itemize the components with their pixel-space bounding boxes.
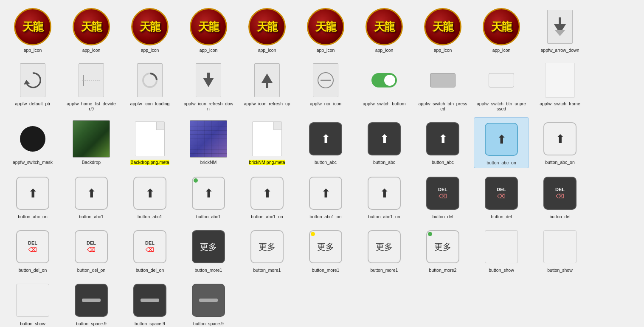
- file-item[interactable]: DEL⌫button_del_on: [64, 225, 119, 275]
- file-label: appfw_switch_btn_pressed: [417, 101, 468, 111]
- file-thumbnail: [482, 228, 520, 266]
- file-item[interactable]: 天龍app_icon: [181, 5, 236, 55]
- file-label: appfw_icon_loading: [130, 101, 170, 106]
- file-item[interactable]: appfw_switch_btn_unpressed: [474, 59, 529, 114]
- file-item[interactable]: ⬆button_abc1: [64, 172, 119, 222]
- file-label: button_abc1: [138, 214, 162, 219]
- file-label: button_del_on: [136, 268, 164, 273]
- file-thumbnail: 更多: [424, 228, 462, 266]
- file-item[interactable]: button_show: [5, 279, 60, 327]
- file-label: app_icon: [317, 48, 335, 53]
- file-label: button_abc1_on: [368, 214, 400, 219]
- file-label: button_del: [491, 214, 512, 219]
- file-item[interactable]: 更多button_more2: [415, 225, 470, 275]
- file-label: appfw_switch_bottom: [363, 101, 406, 106]
- file-thumbnail: [248, 120, 286, 158]
- file-label: button_abc: [373, 160, 395, 165]
- file-item[interactable]: ⬆button_abc1: [122, 172, 177, 222]
- file-thumbnail: 更多: [365, 228, 403, 266]
- file-item[interactable]: ⬆button_abc1_on: [298, 172, 353, 222]
- file-thumbnail: [131, 120, 169, 158]
- file-label: button_space.9: [193, 321, 224, 326]
- file-item[interactable]: appfw_switch_mask: [5, 117, 60, 168]
- file-label: button_more1: [195, 268, 222, 273]
- file-item[interactable]: 天龍app_icon: [5, 5, 60, 55]
- file-item[interactable]: 更多button_more1: [357, 225, 412, 275]
- file-item[interactable]: 天龍app_icon: [239, 5, 295, 55]
- file-thumbnail: DEL⌫: [72, 228, 110, 266]
- file-item[interactable]: button_space.9: [122, 279, 177, 327]
- file-item[interactable]: ⬆button_abc: [357, 117, 412, 168]
- file-item[interactable]: ⬆button_abc_on: [532, 117, 588, 168]
- file-item[interactable]: 天龍app_icon: [357, 5, 412, 55]
- file-thumbnail: 更多: [248, 228, 286, 266]
- file-item[interactable]: appfw_switch_btn_pressed: [415, 59, 470, 114]
- file-label: button_abc1: [79, 214, 104, 219]
- file-label: button_abc: [432, 160, 454, 165]
- file-item[interactable]: DEL⌫button_del_on: [5, 225, 60, 275]
- svg-marker-7: [203, 78, 214, 87]
- file-item[interactable]: DEL⌫button_del: [474, 172, 529, 222]
- file-item[interactable]: Backdrop: [64, 117, 119, 168]
- file-item[interactable]: brickNM.png.meta: [239, 117, 295, 168]
- file-item[interactable]: appfw_icon_refresh_down: [181, 59, 236, 114]
- file-item[interactable]: appfw_icon_loading: [122, 59, 177, 114]
- file-thumbnail: DEL⌫: [541, 174, 579, 212]
- file-thumbnail: [248, 61, 286, 99]
- file-item[interactable]: appfw_default_ptr: [5, 59, 60, 114]
- file-item[interactable]: 更多button_more1: [181, 225, 236, 275]
- file-thumbnail: [14, 281, 52, 319]
- file-item[interactable]: appfw_icon_refresh_up: [239, 59, 295, 114]
- file-thumbnail: [189, 61, 228, 99]
- file-grid: 天龍app_icon天龍app_icon天龍app_icon天龍app_icon…: [0, 0, 644, 327]
- file-item[interactable]: 天龍app_icon: [298, 5, 353, 55]
- file-label: button_del: [432, 214, 453, 219]
- file-label: brickNM: [200, 160, 217, 165]
- file-item[interactable]: ⬆button_abc1_on: [239, 172, 295, 222]
- file-item[interactable]: appfw_home_list_devider.9: [64, 59, 119, 114]
- file-label: button_show: [20, 321, 45, 326]
- file-thumbnail: [131, 61, 169, 99]
- file-item[interactable]: ⬆button_abc1_on: [357, 172, 412, 222]
- file-item[interactable]: DEL⌫button_del: [415, 172, 470, 222]
- file-thumbnail: [131, 281, 169, 319]
- file-item[interactable]: ⬆button_abc_on: [474, 117, 529, 168]
- file-item[interactable]: ⬆button_abc: [298, 117, 353, 168]
- file-thumbnail: [14, 120, 52, 158]
- file-label: app_icon: [375, 48, 394, 53]
- file-item[interactable]: button_space.9: [64, 279, 119, 327]
- file-item[interactable]: appfw_switch_bottom: [357, 59, 412, 114]
- file-item[interactable]: ⬆button_abc_on: [5, 172, 60, 222]
- file-item[interactable]: 天龍app_icon: [474, 5, 529, 55]
- file-item[interactable]: brickNM: [181, 117, 236, 168]
- file-item[interactable]: 天龍app_icon: [64, 5, 119, 55]
- file-item[interactable]: 更多button_more1: [239, 225, 295, 275]
- file-item[interactable]: button_show: [532, 225, 588, 275]
- file-label: appfw_switch_btn_unpressed: [476, 101, 527, 111]
- file-thumbnail: [14, 61, 52, 99]
- file-item[interactable]: Backdrop.png.meta: [122, 117, 177, 168]
- file-item[interactable]: 更多button_more1: [298, 225, 353, 275]
- file-item[interactable]: DEL⌫button_del_on: [122, 225, 177, 275]
- file-item[interactable]: appfw_arrow_down: [532, 5, 588, 55]
- file-label: app_icon: [434, 48, 452, 53]
- svg-rect-1: [559, 17, 561, 25]
- file-item[interactable]: appfw_nor_icon: [298, 59, 353, 114]
- file-thumbnail: [189, 120, 228, 158]
- file-thumbnail: 天龍: [307, 8, 345, 46]
- file-item[interactable]: appfw_switch_frame: [532, 59, 588, 114]
- file-item[interactable]: 天龍app_icon: [415, 5, 470, 55]
- file-item[interactable]: DEL⌫button_del: [532, 172, 588, 222]
- file-item[interactable]: 天龍app_icon: [122, 5, 177, 55]
- file-item[interactable]: ⬆button_abc1: [181, 172, 236, 222]
- file-thumbnail: 天龍: [189, 8, 228, 46]
- file-thumbnail: ⬆: [541, 120, 579, 158]
- file-label: appfw_home_list_devider.9: [66, 101, 117, 111]
- file-thumbnail: ⬆: [131, 174, 169, 212]
- file-item[interactable]: button_show: [474, 225, 529, 275]
- file-item[interactable]: ⬆button_abc: [415, 117, 470, 168]
- file-thumbnail: ⬆: [365, 120, 403, 158]
- file-thumbnail: ⬆: [189, 174, 228, 212]
- svg-marker-3: [24, 80, 30, 85]
- file-item[interactable]: button_space.9: [181, 279, 236, 327]
